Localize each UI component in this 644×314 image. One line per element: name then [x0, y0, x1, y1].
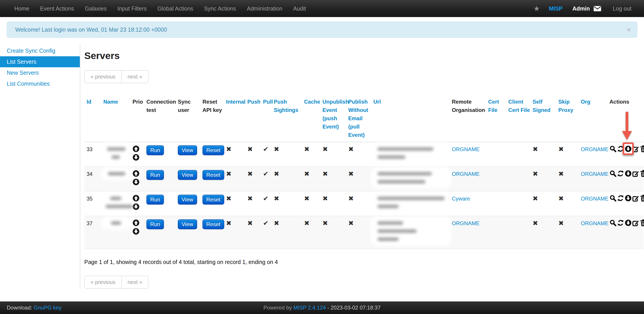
column-header-push[interactable]: Push	[247, 96, 263, 142]
misp-version-link[interactable]: MISP 2.4.124	[293, 304, 326, 311]
remote-organisation-link[interactable]: ORGNAME	[452, 171, 480, 177]
action-download-icon[interactable]	[625, 219, 632, 226]
menu-item: Input Filters	[112, 6, 152, 12]
org-link[interactable]: ORGNAME	[581, 220, 608, 226]
view-sync-user-button[interactable]: View	[178, 219, 197, 229]
pagination-next[interactable]: next »	[121, 276, 148, 288]
run-connection-test-button[interactable]: Run	[146, 170, 164, 180]
action-magnifier-icon[interactable]	[610, 195, 617, 202]
column-header-name[interactable]: Name	[103, 96, 132, 142]
column-header-push-sightings[interactable]: Push Sightings	[274, 96, 304, 142]
column-header-client-cert-file[interactable]: Client Cert File	[508, 96, 532, 142]
menu-item: Event Actions	[35, 6, 80, 12]
column-header-pull[interactable]: Pull	[263, 96, 274, 142]
cache-disabled-cross-mark: ✖	[304, 145, 310, 153]
column-header-url[interactable]: Url	[373, 96, 452, 142]
priority-down-button[interactable]	[132, 203, 140, 210]
priority-up-button[interactable]	[132, 219, 140, 226]
misp-brand-link[interactable]: MISP	[549, 6, 562, 12]
column-header-unpublish-event[interactable]: Unpublish Event (push Event)	[322, 96, 348, 142]
column-header-skip-proxy[interactable]: Skip Proxy	[558, 96, 581, 142]
action-trash-icon[interactable]	[640, 170, 644, 177]
action-trash-icon[interactable]	[640, 219, 644, 226]
priority-down-button[interactable]	[132, 228, 140, 235]
cache-disabled-cross-mark: ✖	[304, 219, 310, 227]
priority-down-button[interactable]	[132, 154, 140, 161]
action-refresh-icon[interactable]	[617, 170, 624, 177]
action-trash-icon[interactable]	[640, 145, 644, 152]
column-header-cache[interactable]: Cache	[304, 96, 322, 142]
cell-cache: ✖	[304, 167, 322, 191]
action-refresh-icon[interactable]	[617, 195, 624, 202]
alert-close-button[interactable]: ×	[626, 26, 631, 34]
priority-up-button[interactable]	[132, 195, 140, 202]
gnupg-key-link[interactable]: GnuPG key	[34, 304, 62, 311]
logout-link[interactable]: Log out	[613, 6, 632, 12]
remote-organisation-link[interactable]: Cyware	[452, 196, 470, 202]
menu-audit[interactable]: Audit	[288, 6, 311, 12]
run-connection-test-button[interactable]: Run	[146, 145, 164, 155]
cell-cache: ✖	[304, 142, 322, 167]
menu-galaxies[interactable]: Galaxies	[80, 6, 112, 12]
action-refresh-icon[interactable]	[617, 219, 624, 226]
logged-in-user[interactable]: Admin	[572, 6, 590, 12]
favorites-star-icon[interactable]: ★	[534, 4, 540, 13]
column-header-cert-file[interactable]: Cert File	[488, 96, 508, 142]
pull-enabled-check-mark: ✔	[263, 145, 268, 153]
action-edit-icon[interactable]	[632, 219, 640, 226]
column-header-id[interactable]: Id	[84, 96, 103, 142]
cell-client-cert-file	[508, 167, 532, 191]
action-download-icon[interactable]	[625, 145, 632, 152]
run-connection-test-button[interactable]: Run	[146, 219, 164, 229]
action-download-icon[interactable]	[625, 195, 632, 202]
action-magnifier-icon[interactable]	[610, 145, 617, 152]
view-sync-user-button[interactable]: View	[178, 145, 197, 155]
cell-client-cert-file	[508, 142, 532, 167]
menu-home[interactable]: Home	[9, 6, 35, 12]
reset-api-key-button[interactable]: Reset	[202, 145, 224, 155]
org-link[interactable]: ORGNAME	[581, 171, 608, 177]
messages-envelope-icon[interactable]	[594, 6, 601, 12]
priority-down-button[interactable]	[132, 178, 140, 186]
priority-up-button[interactable]	[132, 145, 140, 152]
menu-administration[interactable]: Administration	[242, 6, 288, 12]
menu-event-actions[interactable]: Event Actions	[35, 6, 80, 12]
org-link[interactable]: ORGNAME	[581, 146, 608, 152]
sidebar-item-create-sync-config[interactable]: Create Sync Config	[0, 45, 80, 56]
cell-cert-file	[488, 142, 508, 167]
action-download-icon[interactable]	[625, 170, 632, 177]
reset-api-key-button[interactable]: Reset	[202, 170, 224, 180]
menu-sync-actions[interactable]: Sync Actions	[199, 6, 242, 12]
action-magnifier-icon[interactable]	[610, 219, 617, 226]
pagination-next[interactable]: next »	[121, 71, 148, 83]
action-trash-icon[interactable]	[640, 195, 644, 202]
column-header-publish-without-email[interactable]: Publish Without Email (pull Event)	[348, 96, 373, 142]
sidebar-item-new-servers[interactable]: New Servers	[0, 67, 80, 78]
pagination-previous[interactable]: « previous	[85, 71, 121, 83]
remote-organisation-link[interactable]: ORGNAME	[452, 220, 480, 226]
push-sightings-disabled-cross-mark: ✖	[274, 145, 279, 153]
action-magnifier-icon[interactable]	[610, 170, 617, 177]
pagination-previous[interactable]: « previous	[85, 276, 121, 288]
run-connection-test-button[interactable]: Run	[146, 195, 164, 204]
priority-up-button[interactable]	[132, 170, 140, 177]
pull-enabled-check-mark: ✔	[263, 219, 268, 227]
column-header-self-signed[interactable]: Self Signed	[532, 96, 558, 142]
menu-global-actions[interactable]: Global Actions	[152, 6, 199, 12]
cell-prio	[132, 191, 146, 216]
action-edit-icon[interactable]	[632, 170, 640, 177]
reset-api-key-button[interactable]: Reset	[202, 195, 224, 204]
cell-url	[373, 142, 452, 167]
view-sync-user-button[interactable]: View	[178, 170, 197, 180]
action-edit-icon[interactable]	[632, 195, 640, 202]
org-link[interactable]: ORGNAME	[581, 196, 608, 202]
cell-publish-without-email: ✖	[348, 167, 373, 191]
column-header-org[interactable]: Org	[581, 96, 610, 142]
menu-input-filters[interactable]: Input Filters	[112, 6, 152, 12]
sidebar-item-list-servers[interactable]: List Servers	[0, 56, 80, 67]
reset-api-key-button[interactable]: Reset	[202, 219, 224, 229]
view-sync-user-button[interactable]: View	[178, 195, 197, 204]
remote-organisation-link[interactable]: ORGNAME	[452, 146, 480, 152]
sidebar-item-list-communities[interactable]: List Communities	[0, 78, 80, 89]
column-header-internal[interactable]: Internal	[226, 96, 247, 142]
